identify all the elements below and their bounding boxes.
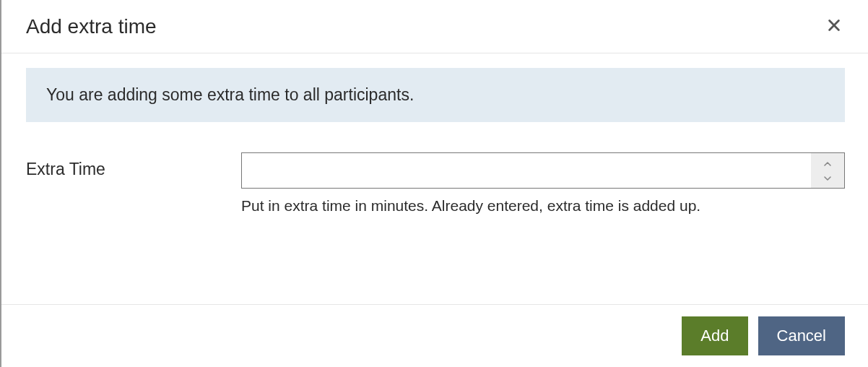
extra-time-input[interactable] [241, 152, 845, 189]
info-banner: You are adding some extra time to all pa… [26, 68, 845, 122]
modal-title: Add extra time [26, 15, 157, 38]
cancel-button[interactable]: Cancel [758, 316, 845, 355]
extra-time-label: Extra Time [26, 152, 241, 179]
add-button[interactable]: Add [682, 316, 747, 355]
close-button[interactable] [823, 14, 845, 38]
add-extra-time-modal: Add extra time You are adding some extra… [0, 0, 868, 367]
close-icon [826, 17, 842, 35]
extra-time-control: Put in extra time in minutes. Already en… [241, 152, 845, 215]
extra-time-help: Put in extra time in minutes. Already en… [241, 197, 845, 215]
number-input-wrap [241, 152, 845, 189]
modal-footer: Add Cancel [1, 304, 868, 367]
modal-header: Add extra time [1, 0, 868, 53]
modal-body: You are adding some extra time to all pa… [1, 53, 868, 304]
extra-time-row: Extra Time [26, 152, 845, 215]
